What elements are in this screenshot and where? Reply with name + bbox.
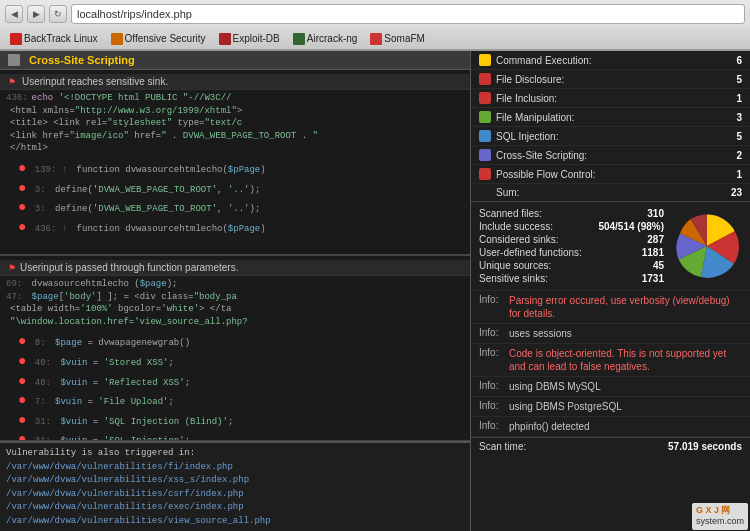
ce-color-dot [479,54,491,66]
nav-reload-button[interactable]: ↻ [49,5,67,23]
vuln-path-4[interactable]: /var/www/dvwa/vulnerabilities/exec/index… [6,501,464,515]
code-line-end: </html> [6,142,464,155]
sum-value: 23 [722,187,742,198]
scanned-files-value: 310 [647,208,664,219]
bul2-40b: ● 40: $vuin = 'Reflected XSS'; [6,372,464,392]
exploit-db-icon [219,33,231,45]
fi-value: 1 [722,93,742,104]
info-label-3: Info: [479,347,504,358]
bookmark-aircrack[interactable]: Aircrack-ng [288,32,363,46]
address-bar[interactable]: localhost/rips/index.php [71,4,745,24]
section2-code: 69: dvwasourcehtmlecho ($page); 47: $pag… [0,276,470,330]
include-success-row: Include success: 504/514 (98%) [479,220,664,233]
considered-sinks-label: Considered sinks: [479,234,647,245]
watermark: G X J 网 system.com [692,503,748,530]
bul2-7: ● 7: $vuin = 'File Upload'; [6,391,464,411]
stats-file-inclusion: File Inclusion: 1 [471,89,750,108]
vuln-path-2[interactable]: /var/www/dvwa/vulnerabilities/xss_s/inde… [6,474,464,488]
info-label-4: Info: [479,380,504,391]
include-success-label: Include success: [479,221,598,232]
section1-code: 436:echo '<!DOCTYPE html PUBLIC "-//W3C/… [0,90,470,157]
bul2-8: ● 8: $page = dvwapagenewgrab() [6,332,464,352]
aircrack-icon [293,33,305,45]
info-label-6: Info: [479,420,504,431]
code-line-69: 69: dvwasourcehtmlecho ($page); [6,278,464,291]
vuln-path-1[interactable]: /var/www/dvwa/vulnerabilities/fi/index.p… [6,461,464,475]
address-text: localhost/rips/index.php [77,8,192,20]
info-label-5: Info: [479,400,504,411]
browser-chrome: ◀ ▶ ↻ localhost/rips/index.php BackTrack… [0,0,750,51]
nav-forward-button[interactable]: ▶ [27,5,45,23]
chart-section: Scanned files: 310 Include success: 504/… [471,202,750,291]
pie-chart [672,211,742,281]
code-line-47: 47: $page['body'] ]; = <div class="body_… [6,291,464,304]
ce-label: Command Execution: [496,55,717,66]
include-success-value: 504/514 (98%) [598,221,664,232]
backtrack-icon [10,33,22,45]
nav-back-button[interactable]: ◀ [5,5,23,23]
somafm-icon [370,33,382,45]
info-row-6: Info: phpinfo() detected [471,417,750,437]
code-section-2: ⚑ Userinput is passed through function p… [0,255,470,441]
sensitive-sinks-value: 1731 [642,273,664,284]
bullet-3b: ● 3: define('DVWA_WEB_PAGE_TO_ROOT', '..… [6,198,464,218]
user-defined-row: User-defined functions: 1181 [479,246,664,259]
sum-label: Sum: [479,187,717,198]
bookmark-somafm[interactable]: SomaFM [365,32,430,46]
flag-icon: ⚑ [8,77,16,87]
bullet-436b: ● 436: ↑ function dvwasourcehtmlecho($pP… [6,218,464,238]
code-section-1: ⚑ Userinput reaches sensitive sink. 436:… [0,70,470,255]
flag-icon-2: ⚑ [8,263,16,273]
info-row-3: Info: Code is object-oriented. This is n… [471,344,750,377]
bookmark-backtrack[interactable]: BackTrack Linux [5,32,103,46]
scan-time-label: Scan time: [479,441,668,452]
user-defined-label: User-defined functions: [479,247,642,258]
sensitive-sinks-row: Sensitive sinks: 1731 [479,272,664,285]
bookmark-exploit-db[interactable]: Exploit-DB [214,32,285,46]
browser-nav: ◀ ▶ ↻ localhost/rips/index.php [0,0,750,28]
pie-chart-svg [672,211,742,281]
stats-sum: Sum: 23 [471,184,750,202]
offensive-security-icon [111,33,123,45]
xss-label: Cross-Site Scripting: [496,150,717,161]
bookmark-offensive-security[interactable]: Offensive Security [106,32,211,46]
info-value-6: phpinfo() detected [509,420,742,433]
panel-title-bar: Cross-Site Scripting [0,51,470,70]
panel-title-text: Cross-Site Scripting [29,54,135,66]
info-label-2: Info: [479,327,504,338]
code-line-436: 436:echo '<!DOCTYPE html PUBLIC "-//W3C/… [6,92,464,105]
user-defined-value: 1181 [642,247,664,258]
left-panel: Cross-Site Scripting ⚑ Userinput reaches… [0,51,470,531]
stats-sql-injection: SQL Injection: 5 [471,127,750,146]
bul2-31b: ● 31: $vuin = 'SQL Injection'; [6,430,464,441]
vuln-bottom: Vulnerability is also triggered in: /var… [0,441,470,531]
stats-command-execution: Command Execution: 6 [471,51,750,70]
sensitive-sinks-label: Sensitive sinks: [479,273,642,284]
right-panel: Command Execution: 6 File Disclosure: 5 … [470,51,750,531]
scanned-files-row: Scanned files: 310 [479,207,664,220]
vuln-path-3[interactable]: /var/www/dvwa/vulnerabilities/csrf/index… [6,488,464,502]
info-value-4: using DBMS MySQL [509,380,742,393]
fd-label: File Disclosure: [496,74,717,85]
panel-title-icon [8,54,20,66]
scan-time-value: 57.019 seconds [668,441,742,452]
sql-label: SQL Injection: [496,131,717,142]
bul2-31a: ● 31: $vuin = 'SQL Injection (Blind)'; [6,411,464,431]
scanned-files-label: Scanned files: [479,208,647,219]
fc-label: Possible Flow Control: [496,169,717,180]
info-value-2: uses sessions [509,327,742,340]
info-value-3: Code is object-oriented. This is not sup… [509,347,742,373]
info-row-5: Info: using DBMS PostgreSQL [471,397,750,417]
info-value-1: Parsing error occured, use verbosity (vi… [509,294,742,320]
section2-bullets: ● 8: $page = dvwapagenewgrab() ● 40: $vu… [0,330,470,441]
side-icons-col: ⚑ [8,77,16,87]
considered-sinks-value: 287 [647,234,664,245]
fi-label: File Inclusion: [496,93,717,104]
section1-bullets: ● 139: ↑ function dvwasourcehtmlecho($pP… [0,157,470,239]
xss-color-dot [479,149,491,161]
chart-labels: Scanned files: 310 Include success: 504/… [479,207,664,285]
fi-color-dot [479,92,491,104]
vuln-path-5[interactable]: /var/www/dvwa/vulnerabilities/view_sourc… [6,515,464,529]
bullet-139: ● 139: ↑ function dvwasourcehtmlecho($pP… [6,159,464,179]
fc-color-dot [479,168,491,180]
